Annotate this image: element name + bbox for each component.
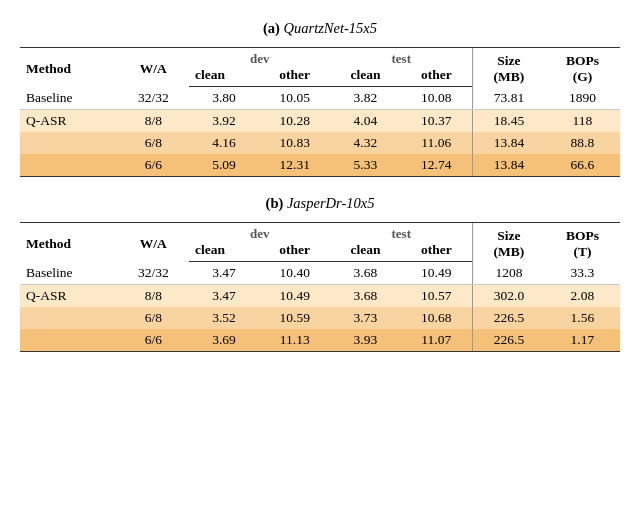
qasr-bops-b-1: 1.56 [545,307,620,329]
col-size-unit-a: (MB) [494,69,525,84]
title-b: (b) JasperDr-10x5 [20,195,620,212]
qasr-method-a-2 [20,154,118,177]
col-test-clean-a: clean [330,67,400,87]
qasr-row-b-0: Q-ASR 8/8 3.47 10.49 3.68 10.57 302.0 2.… [20,285,620,308]
col-test-a: test [330,48,472,68]
header-row-top-a: Method W/A dev test Size(MB) BOPs(G) [20,48,620,68]
qasr-row-a-0: Q-ASR 8/8 3.92 10.28 4.04 10.37 18.45 11… [20,110,620,133]
qasr-dev-other-b-1: 10.59 [259,307,330,329]
baseline-bops-a: 1890 [545,87,620,110]
col-dev-other-b: other [259,242,330,262]
baseline-method-a: Baseline [20,87,118,110]
qasr-dev-other-a-2: 12.31 [259,154,330,177]
qasr-bops-b-2: 1.17 [545,329,620,352]
col-bops-unit-a: (G) [573,69,593,84]
qasr-test-other-a-0: 10.37 [400,110,472,133]
col-method-a: Method [20,48,118,87]
qasr-test-other-b-2: 11.07 [400,329,472,352]
qasr-dev-clean-b-1: 3.52 [189,307,259,329]
qasr-row-a-1: 6/8 4.16 10.83 4.32 11.06 13.84 88.8 [20,132,620,154]
qasr-size-b-1: 226.5 [473,307,545,329]
table-a: Method W/A dev test Size(MB) BOPs(G) cle… [20,47,620,177]
qasr-size-a-2: 13.84 [473,154,545,177]
qasr-dev-other-a-1: 10.83 [259,132,330,154]
header-row-top-b: Method W/A dev test Size(MB) BOPs(T) [20,223,620,243]
col-wa-b: W/A [118,223,189,262]
qasr-method-b-0: Q-ASR [20,285,118,308]
qasr-test-other-a-2: 12.74 [400,154,472,177]
title-b-label: (b) [266,195,284,211]
qasr-size-a-0: 18.45 [473,110,545,133]
qasr-dev-clean-b-0: 3.47 [189,285,259,308]
baseline-dev-other-a: 10.05 [259,87,330,110]
qasr-dev-clean-a-1: 4.16 [189,132,259,154]
qasr-method-a-1 [20,132,118,154]
baseline-method-b: Baseline [20,262,118,285]
qasr-dev-clean-a-0: 3.92 [189,110,259,133]
title-a: (a) QuartzNet-15x5 [20,20,620,37]
col-bops-a: BOPs(G) [545,48,620,87]
baseline-dev-clean-b: 3.47 [189,262,259,285]
col-test-other-b: other [400,242,472,262]
qasr-test-clean-a-0: 4.04 [330,110,400,133]
col-dev-other-a: other [259,67,330,87]
qasr-test-clean-a-2: 5.33 [330,154,400,177]
qasr-wa-a-2: 6/6 [118,154,189,177]
baseline-size-a: 73.81 [473,87,545,110]
baseline-dev-other-b: 10.40 [259,262,330,285]
baseline-bops-b: 33.3 [545,262,620,285]
col-wa-a: W/A [118,48,189,87]
qasr-test-clean-b-2: 3.93 [330,329,400,352]
baseline-dev-clean-a: 3.80 [189,87,259,110]
qasr-test-other-b-0: 10.57 [400,285,472,308]
col-method-b: Method [20,223,118,262]
col-test-other-a: other [400,67,472,87]
qasr-dev-clean-b-2: 3.69 [189,329,259,352]
qasr-dev-clean-a-2: 5.09 [189,154,259,177]
col-test-b: test [330,223,472,243]
qasr-size-b-0: 302.0 [473,285,545,308]
qasr-bops-a-1: 88.8 [545,132,620,154]
col-size-b: Size(MB) [473,223,545,262]
baseline-test-clean-b: 3.68 [330,262,400,285]
col-size-unit-b: (MB) [494,244,525,259]
qasr-bops-a-0: 118 [545,110,620,133]
baseline-row-b: Baseline 32/32 3.47 10.40 3.68 10.49 120… [20,262,620,285]
baseline-test-other-b: 10.49 [400,262,472,285]
baseline-size-b: 1208 [473,262,545,285]
col-dev-clean-b: clean [189,242,259,262]
qasr-test-clean-b-1: 3.73 [330,307,400,329]
col-dev-clean-a: clean [189,67,259,87]
qasr-bops-a-2: 66.6 [545,154,620,177]
qasr-size-b-2: 226.5 [473,329,545,352]
col-bops-unit-b: (T) [573,244,591,259]
qasr-dev-other-a-0: 10.28 [259,110,330,133]
title-a-label: (a) [263,20,280,36]
qasr-row-b-2: 6/6 3.69 11.13 3.93 11.07 226.5 1.17 [20,329,620,352]
qasr-test-other-a-1: 11.06 [400,132,472,154]
title-b-name: JasperDr-10x5 [287,195,375,211]
section-b: (b) JasperDr-10x5 Method W/A dev test Si… [20,195,620,352]
qasr-dev-other-b-2: 11.13 [259,329,330,352]
qasr-wa-a-1: 6/8 [118,132,189,154]
col-dev-a: dev [189,48,330,68]
qasr-row-a-2: 6/6 5.09 12.31 5.33 12.74 13.84 66.6 [20,154,620,177]
qasr-wa-a-0: 8/8 [118,110,189,133]
col-bops-b: BOPs(T) [545,223,620,262]
qasr-method-a-0: Q-ASR [20,110,118,133]
baseline-wa-b: 32/32 [118,262,189,285]
qasr-method-b-2 [20,329,118,352]
col-size-a: Size(MB) [473,48,545,87]
qasr-test-other-b-1: 10.68 [400,307,472,329]
table-b: Method W/A dev test Size(MB) BOPs(T) cle… [20,222,620,352]
qasr-wa-b-2: 6/6 [118,329,189,352]
qasr-wa-b-0: 8/8 [118,285,189,308]
baseline-wa-a: 32/32 [118,87,189,110]
baseline-test-clean-a: 3.82 [330,87,400,110]
qasr-row-b-1: 6/8 3.52 10.59 3.73 10.68 226.5 1.56 [20,307,620,329]
title-a-name: QuartzNet-15x5 [284,20,377,36]
qasr-method-b-1 [20,307,118,329]
section-a: (a) QuartzNet-15x5 Method W/A dev test S… [20,20,620,177]
qasr-bops-b-0: 2.08 [545,285,620,308]
baseline-row-a: Baseline 32/32 3.80 10.05 3.82 10.08 73.… [20,87,620,110]
